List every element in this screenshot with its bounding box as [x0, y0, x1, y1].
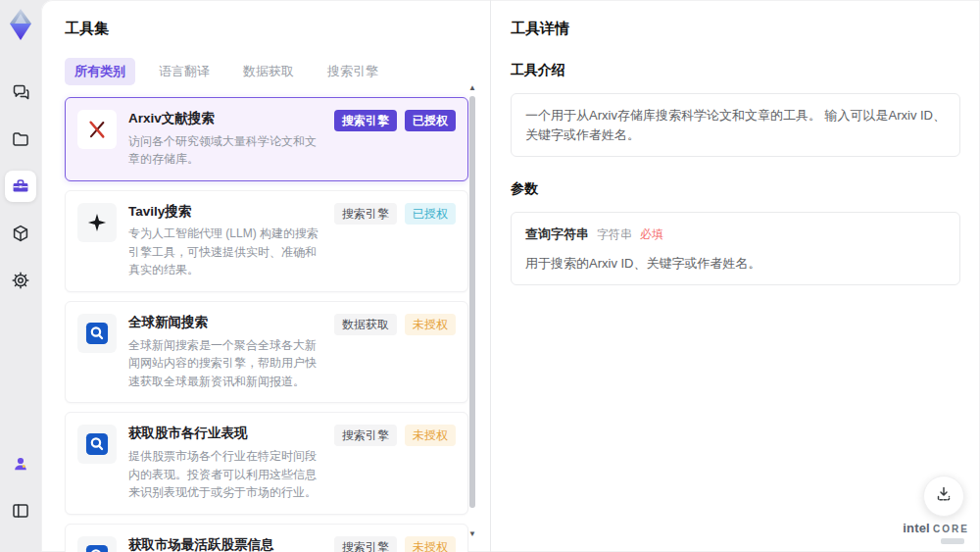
blue-search-icon	[77, 536, 117, 552]
category-badge: 搜索引擎	[334, 425, 397, 446]
arxiv-icon	[77, 110, 117, 149]
panel-toggle-icon	[11, 501, 30, 521]
download-button[interactable]	[923, 476, 964, 517]
tool-description: 提供股票市场各个行业在特定时间段内的表现。投资者可以利用这些信息来识别表现优于或…	[128, 447, 322, 502]
param-name: 查询字符串	[525, 225, 589, 244]
folder-icon	[11, 129, 30, 149]
scrollbar-thumb[interactable]	[469, 96, 475, 508]
intro-heading: 工具介绍	[511, 62, 960, 79]
sidebar-item-collapse[interactable]	[5, 495, 36, 527]
sidebar	[0, 0, 41, 552]
auth-badge: 已授权	[405, 110, 456, 131]
sidebar-item-toolset[interactable]	[5, 171, 36, 202]
sidebar-item-models[interactable]	[5, 218, 36, 249]
sidebar-item-settings[interactable]	[5, 265, 36, 296]
avatar-icon	[11, 454, 30, 474]
intel-core-logo: intel CORE	[904, 522, 968, 544]
param-description: 用于搜索的Arxiv ID、关键字或作者姓名。	[525, 254, 946, 274]
tool-name: 全球新闻搜索	[128, 314, 322, 331]
tool-name: Tavily搜索	[128, 203, 322, 221]
brand-subtext-pill	[941, 538, 964, 544]
category-badge: 搜索引擎	[334, 203, 397, 225]
tool-description: 访问各个研究领域大量科学论文和文章的存储库。	[128, 132, 322, 169]
detail-title: 工具详情	[511, 20, 960, 38]
toolbox-icon	[11, 176, 30, 196]
params-heading: 参数	[511, 180, 960, 198]
sidebar-item-chat[interactable]	[5, 76, 36, 108]
cube-icon	[11, 224, 30, 243]
tool-list: Arxiv文献搜索 访问各个研究领域大量科学论文和文章的存储库。 搜索引擎 已授…	[65, 97, 468, 552]
gear-icon	[11, 271, 30, 290]
intro-box: 一个用于从Arxiv存储库搜索科学论文和文章的工具。 输入可以是Arxiv ID…	[511, 93, 960, 157]
tool-description: 专为人工智能代理 (LLM) 构建的搜索引擎工具，可快速提供实时、准确和真实的结…	[128, 225, 322, 279]
tab-data-fetch[interactable]: 数据获取	[233, 58, 304, 85]
auth-badge: 已授权	[405, 203, 456, 225]
toolset-panel: 工具集 所有类别 语言翻译 数据获取 搜索引擎 A	[41, 0, 490, 552]
scroll-up-icon[interactable]: ▲	[468, 84, 476, 92]
intro-text: 一个用于从Arxiv存储库搜索科学论文和文章的工具。 输入可以是Arxiv ID…	[525, 108, 946, 142]
tool-card-active-stocks[interactable]: 获取市场最活跃股票信息 提供当天交易量最高的股票列表，投资者可以利用这些信息来识…	[65, 524, 468, 552]
category-badge: 搜索引擎	[334, 110, 397, 131]
tool-name: Arxiv文献搜索	[128, 110, 322, 127]
category-tabs: 所有类别 语言翻译 数据获取 搜索引擎	[65, 58, 490, 85]
sidebar-item-files[interactable]	[5, 124, 36, 155]
list-scrollbar[interactable]: ▲ ▼	[468, 84, 476, 552]
blue-search-icon	[77, 314, 117, 353]
tavily-star-icon	[77, 203, 117, 242]
auth-badge: 未授权	[405, 536, 456, 552]
download-icon	[934, 484, 954, 508]
param-required-badge: 必填	[640, 226, 663, 243]
category-badge: 数据获取	[334, 314, 397, 335]
scroll-down-icon[interactable]: ▼	[468, 530, 476, 538]
tool-card-sector-performance[interactable]: 获取股市各行业表现 提供股票市场各个行业在特定时间段内的表现。投资者可以利用这些…	[65, 412, 468, 514]
tool-name: 获取股市各行业表现	[128, 425, 322, 442]
param-type: 字符串	[597, 226, 632, 243]
tool-description: 全球新闻搜索是一个聚合全球各大新闻网站内容的搜索引擎，帮助用户快速获取全球最新资…	[128, 336, 322, 391]
tab-search-engine[interactable]: 搜索引擎	[318, 58, 388, 85]
main-content: 工具集 所有类别 语言翻译 数据获取 搜索引擎 A	[41, 0, 980, 552]
blue-search-icon	[77, 425, 117, 464]
category-badge: 搜索引擎	[334, 536, 397, 552]
sidebar-item-profile[interactable]	[5, 448, 36, 479]
tab-all-categories[interactable]: 所有类别	[65, 58, 135, 85]
tool-detail-panel: 工具详情 工具介绍 一个用于从Arxiv存储库搜索科学论文和文章的工具。 输入可…	[490, 0, 980, 552]
param-box: 查询字符串 字符串 必填 用于搜索的Arxiv ID、关键字或作者姓名。	[511, 212, 960, 285]
tool-card-tavily[interactable]: Tavily搜索 专为人工智能代理 (LLM) 构建的搜索引擎工具，可快速提供实…	[65, 190, 468, 292]
tool-name: 获取市场最活跃股票信息	[128, 536, 322, 552]
auth-badge: 未授权	[405, 425, 456, 446]
app-window: 工具集 所有类别 语言翻译 数据获取 搜索引擎 A	[0, 0, 980, 552]
intel-wordmark: intel	[903, 522, 930, 535]
core-wordmark: CORE	[933, 524, 969, 534]
tool-card-global-news[interactable]: 全球新闻搜索 全球新闻搜索是一个聚合全球各大新闻网站内容的搜索引擎，帮助用户快速…	[65, 301, 468, 403]
auth-badge: 未授权	[405, 314, 456, 335]
app-logo-icon	[6, 8, 35, 41]
tab-translation[interactable]: 语言翻译	[149, 58, 220, 85]
chat-icon	[11, 82, 30, 102]
tool-card-arxiv[interactable]: Arxiv文献搜索 访问各个研究领域大量科学论文和文章的存储库。 搜索引擎 已授…	[65, 97, 468, 181]
page-title: 工具集	[65, 20, 490, 38]
